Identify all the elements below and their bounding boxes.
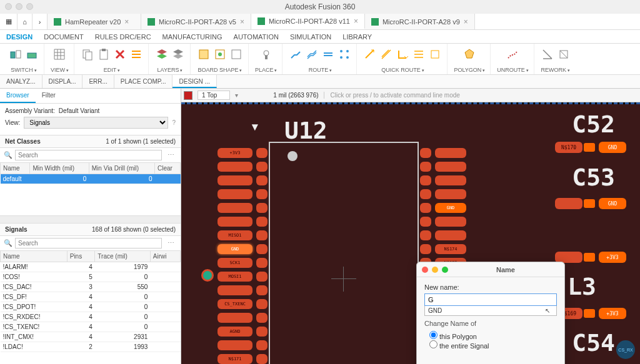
pad[interactable] <box>218 285 252 295</box>
unroute-icon[interactable] <box>506 47 519 61</box>
subtab-design[interactable]: DESIGN ... <box>172 75 216 88</box>
menu-design[interactable]: DESIGN <box>6 33 32 41</box>
pad[interactable] <box>435 217 466 227</box>
route-bus-icon[interactable] <box>321 47 335 61</box>
close-icon[interactable]: × <box>124 17 129 26</box>
polygon-icon[interactable] <box>462 47 476 61</box>
qroute-4-icon[interactable] <box>412 47 426 61</box>
view-select[interactable]: Signals <box>24 117 168 129</box>
pad[interactable]: GND <box>218 244 252 254</box>
doc-tab-2[interactable]: MicroRC-II-PORT-A28 v11× <box>251 14 365 29</box>
route-line-icon[interactable] <box>289 47 302 61</box>
qroute-1-icon[interactable] <box>363 47 377 61</box>
signal-row[interactable]: !CS_DAC!3550 <box>1 282 181 292</box>
place-icon[interactable] <box>259 47 273 61</box>
signal-row[interactable]: !LDAC!21993 <box>1 342 181 352</box>
board-derive-icon[interactable] <box>229 47 243 61</box>
pad[interactable]: CS_TXENC <box>218 299 252 309</box>
more-icon[interactable]: ⋯ <box>164 239 177 247</box>
layer-color-swatch[interactable] <box>184 91 192 100</box>
home-icon[interactable]: ⌂ <box>18 14 32 29</box>
doc-tab-0[interactable]: HamRepeater v20× <box>48 14 141 29</box>
pad[interactable]: GND <box>599 198 626 209</box>
signals-search[interactable] <box>15 238 162 248</box>
grid-icon[interactable] <box>52 47 66 61</box>
pad[interactable] <box>435 230 466 240</box>
menu-rules[interactable]: RULES DRC/ERC <box>95 33 151 41</box>
signal-row[interactable]: !CS_DPOT!40 <box>1 302 181 312</box>
board-outline-icon[interactable] <box>197 47 211 61</box>
signal-row[interactable]: !CS_RXDEC!40 <box>1 312 181 322</box>
board-push-icon[interactable] <box>213 47 227 61</box>
menu-manufacturing[interactable]: MANUFACTURING <box>162 33 222 41</box>
pad[interactable] <box>218 217 252 227</box>
pad[interactable]: AGND <box>218 327 252 337</box>
pad[interactable] <box>435 162 466 172</box>
signal-row[interactable]: !COS!50 <box>1 272 181 282</box>
pad[interactable]: SCK1 <box>218 258 252 268</box>
pad[interactable] <box>218 340 252 350</box>
sp-tab-filter[interactable]: Filter <box>36 89 62 103</box>
name-input[interactable] <box>424 293 557 306</box>
route-fanout-icon[interactable] <box>338 47 351 61</box>
pad[interactable]: +3V3 <box>218 148 252 158</box>
pad[interactable] <box>555 198 582 209</box>
signal-row[interactable]: !ALARM!41979 <box>1 262 181 272</box>
netclass-row[interactable]: default00 <box>1 174 181 184</box>
layer-dropdown[interactable]: 1 Top <box>198 91 230 100</box>
close-icon[interactable]: × <box>354 17 358 26</box>
menu-library[interactable]: LIBRARY <box>342 33 372 41</box>
close-icon[interactable]: × <box>240 17 244 26</box>
subtab-place[interactable]: PLACE COMP... <box>114 75 173 88</box>
layers-icon[interactable] <box>155 47 169 61</box>
signal-row[interactable]: !CS_DF!40 <box>1 292 181 302</box>
pcb-canvas[interactable]: U12 C52 C53 L3 C54 ▾ +3V3MISO1GNDSCK1MOS… <box>181 102 640 364</box>
pad[interactable] <box>218 189 252 199</box>
layers2-icon[interactable] <box>171 47 185 61</box>
radio-polygon[interactable]: this Polygon <box>429 333 477 340</box>
view-cube[interactable]: CS_RX <box>616 340 635 359</box>
subtab-errors[interactable]: ERR... <box>82 75 114 88</box>
pad[interactable] <box>435 175 466 185</box>
pad[interactable]: MOSI1 <box>218 272 252 282</box>
menu-simulation[interactable]: SIMULATION <box>290 33 331 41</box>
rework-1-icon[interactable] <box>541 47 554 61</box>
window-controls[interactable] <box>5 3 33 10</box>
sp-tab-browser[interactable]: Browser <box>0 89 36 103</box>
pad[interactable] <box>218 203 252 213</box>
netclass-search[interactable] <box>15 150 162 160</box>
pad[interactable] <box>218 175 252 185</box>
minimize-icon[interactable] <box>432 267 438 273</box>
pad[interactable] <box>435 189 466 199</box>
subtab-display[interactable]: DISPLA... <box>42 75 83 88</box>
menu-document[interactable]: DOCUMENT <box>44 33 84 41</box>
route-diff-icon[interactable] <box>305 47 319 61</box>
autocomplete-item[interactable]: GND↖ <box>424 306 557 316</box>
pad[interactable]: N$174 <box>435 244 466 254</box>
doc-tab-3[interactable]: MicroRC-II-PORT-A28 v9× <box>365 14 475 29</box>
qroute-2-icon[interactable] <box>379 47 393 61</box>
rework-2-icon[interactable] <box>557 47 571 61</box>
doc-tab-1[interactable]: MicroRC-II-PORT-A28 v5× <box>141 14 251 29</box>
pad[interactable]: GND <box>435 203 466 213</box>
pad[interactable] <box>218 162 252 172</box>
pad[interactable]: +3V3 <box>599 308 626 319</box>
pad[interactable] <box>218 313 252 323</box>
pad[interactable]: GND <box>599 142 626 153</box>
pad[interactable]: MISO1 <box>218 230 252 240</box>
paste-icon[interactable] <box>97 47 111 61</box>
pad[interactable]: N$171 <box>218 354 252 364</box>
more-icon[interactable]: ⋯ <box>164 151 177 159</box>
command-line[interactable]: Click or press / to activate command lin… <box>324 92 638 99</box>
signal-row[interactable]: !INT_CMX!42931 <box>1 332 181 342</box>
subtab-analyze[interactable]: ANALYZ... <box>0 75 42 88</box>
switch-3d-icon[interactable] <box>25 47 39 61</box>
copy-icon[interactable] <box>81 47 94 61</box>
qroute-3-icon[interactable] <box>396 47 409 61</box>
signal-row[interactable]: !CS_TXENC!40 <box>1 322 181 332</box>
pad[interactable] <box>435 148 466 158</box>
qroute-5-icon[interactable] <box>428 47 442 61</box>
pad[interactable]: N$170 <box>555 142 582 153</box>
arrow-icon[interactable]: › <box>32 14 48 29</box>
radio-signal[interactable]: the entire Signal <box>429 342 489 350</box>
